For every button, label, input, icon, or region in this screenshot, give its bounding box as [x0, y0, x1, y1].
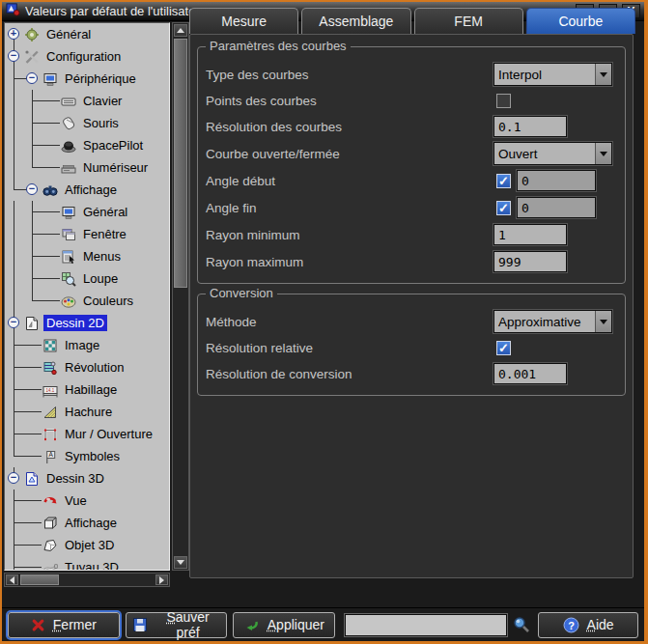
- scroll-down-button[interactable]: [174, 556, 187, 569]
- settings-tree[interactable]: +Général−Configuration−PériphériqueClavi…: [4, 22, 170, 571]
- tree-item-label[interactable]: Fenêtre: [80, 226, 129, 242]
- tree-item-label[interactable]: Affichage: [62, 515, 120, 531]
- tree-item-label[interactable]: Hachure: [62, 404, 115, 420]
- tree-item-label[interactable]: Tuyau 3D: [62, 559, 122, 571]
- tree-item-label[interactable]: Général: [43, 26, 94, 42]
- angle-debut-checkbox[interactable]: [496, 174, 511, 188]
- expander-minus-icon[interactable]: −: [8, 50, 19, 62]
- tree-item-label[interactable]: Affichage: [62, 182, 120, 198]
- chevron-down-icon[interactable]: [595, 143, 611, 164]
- angle-fin-checkbox[interactable]: [496, 201, 511, 215]
- tab-fem[interactable]: FEM: [414, 8, 523, 34]
- tree-item-loupe[interactable]: Loupe: [5, 267, 169, 290]
- tree-item-label[interactable]: Couleurs: [80, 293, 136, 309]
- expander-minus-icon[interactable]: −: [8, 317, 19, 328]
- tree-item-tuyau-3d[interactable]: Tuyau 3D: [5, 556, 169, 571]
- group-title: Paramètres des courbes: [206, 39, 351, 53]
- tree-item-revolution[interactable]: Révolution: [5, 356, 169, 378]
- tree-item-dessin-2d[interactable]: −Dessin 2D: [5, 312, 169, 334]
- tree-item-peripherique[interactable]: −Périphérique: [5, 68, 169, 90]
- tree-item-label[interactable]: Numériseur: [80, 159, 151, 176]
- tab-assemblage[interactable]: Assemblage: [301, 8, 410, 34]
- tree-item-numeriseur[interactable]: Numériseur: [5, 156, 169, 179]
- tree-item-label[interactable]: Général: [80, 204, 130, 220]
- fermer-button[interactable]: Fermer: [8, 612, 120, 638]
- rayon-minimum-input[interactable]: 1: [493, 224, 567, 245]
- tree-item-fenetre[interactable]: Fenêtre: [5, 223, 169, 245]
- tab-courbe[interactable]: Courbe: [526, 8, 635, 34]
- resolution-relative-checkbox[interactable]: [496, 341, 511, 355]
- tree-item-general-affichage[interactable]: Général: [5, 201, 169, 223]
- sauver-pref-button[interactable]: Sauver préf: [126, 612, 228, 638]
- tree-item-menus[interactable]: Menus: [5, 245, 169, 267]
- svg-text:14.1: 14.1: [46, 387, 55, 392]
- horizontal-scroll-thumb[interactable]: [20, 574, 59, 585]
- tab-mesure[interactable]: Mesure: [189, 8, 298, 34]
- tree-item-label[interactable]: Dessin 2D: [43, 315, 107, 331]
- tree-item-symboles[interactable]: ASymboles: [5, 445, 169, 467]
- tree-vertical-scrollbar[interactable]: [172, 22, 189, 571]
- tree-item-label[interactable]: Mur / Ouverture: [62, 426, 155, 442]
- tree-item-label[interactable]: Clavier: [80, 93, 125, 109]
- tree-line: [5, 68, 23, 90]
- tree-item-habillage[interactable]: 14.1Habillage: [5, 378, 169, 401]
- tree-item-label[interactable]: Loupe: [80, 270, 121, 287]
- resolution-de-conversion-input[interactable]: 0.001: [493, 363, 567, 384]
- expander-minus-icon[interactable]: −: [26, 183, 38, 195]
- tree-item-configuration[interactable]: −Configuration: [5, 45, 169, 68]
- tree-item-clavier[interactable]: Clavier: [5, 90, 169, 112]
- scroll-up-button[interactable]: [174, 24, 187, 37]
- type-des-courbes-select[interactable]: Interpol: [493, 63, 612, 86]
- appliquer-button[interactable]: Appliquer: [233, 612, 335, 638]
- tree-item-souris[interactable]: Souris: [5, 112, 169, 134]
- vertical-scroll-thumb[interactable]: [174, 39, 187, 288]
- tree-horizontal-scrollbar[interactable]: [4, 573, 170, 587]
- tree-item-label[interactable]: Dessin 3D: [43, 470, 107, 487]
- tree-item-label[interactable]: Périphérique: [62, 70, 139, 87]
- form-row-angle-fin: Angle fin0: [206, 194, 617, 221]
- tree-item-label[interactable]: Habillage: [62, 381, 120, 398]
- type-des-courbes-label: Type des courbes: [206, 68, 493, 82]
- tree-item-objet-3d[interactable]: Objet 3D: [5, 534, 169, 556]
- tree-item-affichage-3d[interactable]: Affichage: [5, 512, 169, 534]
- tree-item-label[interactable]: Vue: [62, 492, 90, 509]
- tree-item-couleurs[interactable]: Couleurs: [5, 290, 169, 312]
- tree-item-image[interactable]: Image: [5, 334, 169, 356]
- search-input[interactable]: [345, 614, 507, 636]
- chevron-down-icon[interactable]: [595, 311, 611, 332]
- aide-button[interactable]: ? Aide: [538, 612, 638, 638]
- resolution-des-courbes-input[interactable]: 0.1: [493, 116, 567, 137]
- tree-item-label[interactable]: Symboles: [62, 448, 123, 464]
- chevron-down-icon[interactable]: [595, 64, 611, 85]
- expander-plus-icon[interactable]: +: [8, 28, 19, 40]
- methode-select[interactable]: Approximative: [493, 310, 612, 333]
- courbe-ouverte-fermee-label: Courbe ouverte/fermée: [206, 147, 493, 161]
- tree-item-mur-ouverture[interactable]: Mur / Ouverture: [5, 423, 169, 445]
- tree-line: [5, 156, 23, 179]
- courbe-ouverte-fermee-select[interactable]: Ouvert: [493, 142, 612, 165]
- tree-item-spacepilot[interactable]: SpacePilot: [5, 134, 169, 156]
- scroll-left-button[interactable]: [6, 574, 18, 585]
- tree-item-dessin-3d[interactable]: −Dessin 3D: [5, 467, 169, 490]
- tree-item-label[interactable]: Objet 3D: [62, 537, 117, 553]
- page3d-icon: [24, 471, 40, 487]
- tree-item-vue[interactable]: Vue: [5, 490, 169, 512]
- tree-item-label[interactable]: Configuration: [43, 48, 124, 65]
- angle-fin-input[interactable]: 0: [517, 197, 596, 218]
- expander-minus-icon[interactable]: −: [26, 72, 38, 84]
- angle-debut-input[interactable]: 0: [517, 170, 596, 191]
- search-icon[interactable]: [513, 616, 530, 633]
- tree-item-label[interactable]: Révolution: [62, 359, 127, 376]
- tree-item-label[interactable]: Menus: [80, 248, 124, 265]
- keyboard-icon: [61, 94, 76, 109]
- tree-item-label[interactable]: Image: [62, 337, 102, 353]
- points-des-courbes-checkbox[interactable]: [496, 94, 511, 108]
- scroll-right-button[interactable]: [155, 574, 168, 585]
- tree-item-label[interactable]: Souris: [80, 115, 122, 131]
- tree-item-label[interactable]: SpacePilot: [80, 137, 146, 154]
- tree-item-affichage[interactable]: −Affichage: [5, 179, 169, 201]
- tree-item-hachure[interactable]: Hachure: [5, 401, 169, 423]
- rayon-maximum-input[interactable]: 999: [493, 251, 567, 272]
- expander-minus-icon[interactable]: −: [8, 472, 19, 484]
- tree-item-general[interactable]: +Général: [5, 23, 169, 45]
